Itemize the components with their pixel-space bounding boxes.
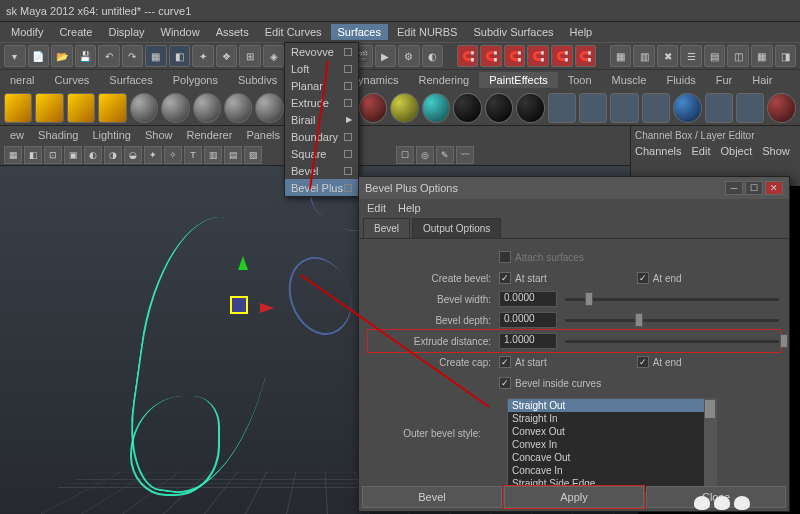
undo-icon[interactable]: ↶ [98, 45, 120, 67]
shelf-tab-neral[interactable]: neral [0, 72, 44, 88]
vp-menu-show[interactable]: Show [139, 128, 179, 142]
bevel-button[interactable]: Bevel [362, 486, 502, 508]
shelf-arrow-icon[interactable] [67, 93, 95, 123]
vp-tool-icon[interactable]: ◑ [104, 146, 122, 164]
tool-button[interactable]: ⊞ [239, 45, 261, 67]
tool-button[interactable]: ◨ [775, 45, 797, 67]
menu-item-planar[interactable]: Planar [285, 77, 358, 94]
cb-tab-object[interactable]: Object [720, 145, 752, 157]
dialog-menu-edit[interactable]: Edit [367, 202, 386, 214]
option-box-icon[interactable] [344, 65, 352, 73]
shelf-tab-fur[interactable]: Fur [706, 72, 743, 88]
at-start-checkbox[interactable]: ✓ [499, 272, 511, 284]
vp-tool-icon[interactable]: ⊡ [44, 146, 62, 164]
menu-item-bevel[interactable]: Bevel [285, 162, 358, 179]
list-item[interactable]: Convex Out [508, 425, 716, 438]
vp-tool-icon[interactable]: ◐ [84, 146, 102, 164]
shelf-arrow-icon[interactable] [35, 93, 63, 123]
shelf-tool-icon[interactable] [642, 93, 670, 123]
vp-tool-icon[interactable]: ▣ [64, 146, 82, 164]
menu-window[interactable]: Window [154, 24, 207, 40]
menu-edit-curves[interactable]: Edit Curves [258, 24, 329, 40]
shelf-sphere-icon[interactable] [130, 93, 158, 123]
scrollbar[interactable] [704, 399, 716, 492]
tool-button[interactable]: ◈ [263, 45, 285, 67]
tool-button[interactable]: ▦ [610, 45, 632, 67]
vp-tool-icon[interactable]: 〰 [456, 146, 474, 164]
shelf-material-icon[interactable] [453, 93, 481, 123]
shelf-tab-fluids[interactable]: Fluids [656, 72, 705, 88]
magnet-icon[interactable]: 🧲 [551, 45, 573, 67]
cap-at-start-checkbox[interactable]: ✓ [499, 356, 511, 368]
menu-item-revovve[interactable]: Revovve [285, 43, 358, 60]
menu-surfaces[interactable]: Surfaces [331, 24, 388, 40]
bevel-width-input[interactable]: 0.0000 [499, 291, 557, 307]
tool-button[interactable]: ✖ [657, 45, 679, 67]
shelf-tool-icon[interactable] [548, 93, 576, 123]
shelf-material-icon[interactable] [390, 93, 418, 123]
tool-button[interactable]: ▥ [633, 45, 655, 67]
dialog-menu-help[interactable]: Help [398, 202, 421, 214]
move-gizmo[interactable] [230, 296, 260, 326]
shelf-tab-hair[interactable]: Hair [742, 72, 782, 88]
magnet-icon[interactable]: 🧲 [457, 45, 479, 67]
menu-item-boundary[interactable]: Boundary [285, 128, 358, 145]
shelf-sphere-icon[interactable] [255, 93, 283, 123]
tool-button[interactable]: ❖ [216, 45, 238, 67]
shelf-tab-surfaces[interactable]: Surfaces [99, 72, 162, 88]
shelf-tab-polygons[interactable]: Polygons [163, 72, 228, 88]
dialog-close-icon[interactable]: ✕ [765, 181, 783, 195]
outer-bevel-style-list[interactable]: Straight OutStraight InConvex OutConvex … [507, 398, 717, 493]
vp-menu-ew[interactable]: ew [4, 128, 30, 142]
menu-subdiv-surfaces[interactable]: Subdiv Surfaces [466, 24, 560, 40]
vp-menu-panels[interactable]: Panels [240, 128, 286, 142]
render-settings-icon[interactable]: ⚙ [398, 45, 420, 67]
menu-item-bevel-plus[interactable]: Bevel Plus [285, 179, 358, 196]
tool-button[interactable]: ✦ [192, 45, 214, 67]
shelf-tool-icon[interactable] [767, 93, 795, 123]
scrollbar-thumb-icon[interactable] [705, 400, 715, 418]
bevel-width-slider[interactable] [565, 298, 779, 301]
tool-button[interactable]: ▦ [751, 45, 773, 67]
dialog-titlebar[interactable]: Bevel Plus Options ─ ☐ ✕ [359, 177, 789, 199]
shelf-tool-icon[interactable] [705, 93, 733, 123]
list-item[interactable]: Straight In [508, 412, 716, 425]
at-end-checkbox[interactable]: ✓ [637, 272, 649, 284]
slider-thumb-icon[interactable] [635, 313, 643, 327]
shelf-tab-muscle[interactable]: Muscle [602, 72, 657, 88]
vp-tool-icon[interactable]: ◎ [416, 146, 434, 164]
list-item[interactable]: Convex In [508, 438, 716, 451]
vp-menu-lighting[interactable]: Lighting [86, 128, 137, 142]
vp-tool-icon[interactable]: ☐ [396, 146, 414, 164]
slider-thumb-icon[interactable] [585, 292, 593, 306]
shelf-sphere-icon[interactable] [224, 93, 252, 123]
vp-tool-icon[interactable]: ◒ [124, 146, 142, 164]
vp-tool-icon[interactable]: ✦ [144, 146, 162, 164]
save-icon[interactable]: 💾 [75, 45, 97, 67]
cap-at-end-checkbox[interactable]: ✓ [637, 356, 649, 368]
slider-thumb-icon[interactable] [780, 334, 788, 348]
select-icon[interactable]: ▦ [145, 45, 167, 67]
option-box-icon[interactable] [344, 82, 352, 90]
menu-display[interactable]: Display [101, 24, 151, 40]
list-item[interactable]: Concave Out [508, 451, 716, 464]
vp-tool-icon[interactable]: ◧ [24, 146, 42, 164]
vp-tool-icon[interactable]: ▥ [204, 146, 222, 164]
list-item[interactable]: Concave In [508, 464, 716, 477]
list-item[interactable]: Straight Out [508, 399, 716, 412]
shelf-tab-rendering[interactable]: Rendering [408, 72, 479, 88]
option-box-icon[interactable] [344, 48, 352, 56]
dialog-maximize-icon[interactable]: ☐ [745, 181, 763, 195]
shelf-tab-curves[interactable]: Curves [44, 72, 99, 88]
tool-button[interactable]: ▤ [704, 45, 726, 67]
menu-assets[interactable]: Assets [209, 24, 256, 40]
curve-object[interactable] [278, 248, 362, 344]
shelf-tab-subdivs[interactable]: Subdivs [228, 72, 287, 88]
bevel-depth-slider[interactable] [565, 319, 779, 322]
shelf-tool-icon[interactable] [610, 93, 638, 123]
magnet-icon[interactable]: 🧲 [575, 45, 597, 67]
vp-tool-icon[interactable]: ✎ [436, 146, 454, 164]
shelf-tool-icon[interactable] [736, 93, 764, 123]
option-box-icon[interactable] [344, 99, 352, 107]
menu-item-square[interactable]: Square [285, 145, 358, 162]
